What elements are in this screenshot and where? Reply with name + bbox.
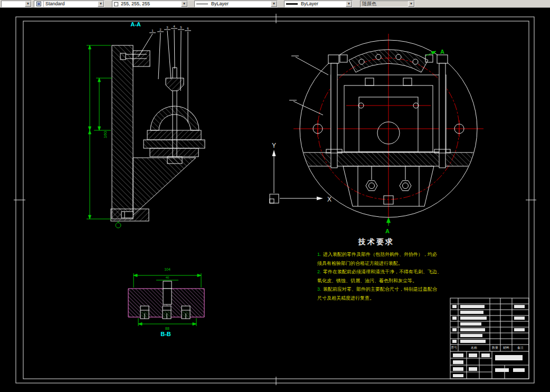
svg-text:数量: 数量 — [492, 346, 498, 349]
section-view-aa: 1 2 3 4 5 6 160 A-A — [87, 21, 205, 228]
svg-text:尺寸及相关精度进行复查。: 尺寸及相关精度进行复查。 — [317, 295, 374, 301]
svg-text:5: 5 — [180, 26, 182, 29]
svg-text:2: 2 — [159, 28, 162, 31]
ucs-y-label: Y — [272, 142, 276, 149]
color-swatch-icon — [114, 2, 118, 6]
properties-toolbar: ▼ Standard ▼ 255, 255, 255 ▼ ByLayer ▼ B… — [0, 0, 550, 8]
tech-requirements-title: 技术要求 — [358, 237, 394, 246]
cut-arrow-label-bottom: A — [385, 228, 390, 234]
drawing-canvas[interactable]: 1 2 3 4 5 6 160 A-A — [0, 0, 550, 392]
section-view-bb: 104 40 88 B-B — [128, 267, 204, 337]
linetype-combo-value: ByLayer — [210, 1, 271, 7]
svg-text:3: 3 — [166, 26, 168, 29]
svg-text:氧化皮、锈蚀、切屑、油污、着色剂和灰尘等。: 氧化皮、锈蚀、切屑、油污、着色剂和灰尘等。 — [317, 278, 417, 283]
balloon-numbers: 1 2 3 4 5 6 — [151, 25, 189, 32]
svg-text:1: 1 — [151, 29, 154, 32]
cut-arrow-label-top: A — [440, 49, 444, 55]
style-combo-arrow-icon[interactable]: ▼ — [98, 1, 104, 7]
lineweight-combo[interactable]: ByLayer ▼ — [284, 1, 353, 7]
dim-text-bb-width: 104 — [164, 267, 170, 271]
linetype-combo[interactable]: ByLayer ▼ — [194, 1, 278, 7]
svg-text:3.: 3. — [317, 286, 321, 292]
svg-text:序号: 序号 — [451, 346, 457, 349]
bom-headers: 序号 名称 数量 材料 备注 — [451, 346, 524, 350]
ucs-x-label: X — [327, 196, 331, 203]
section-label-bb: B-B — [160, 331, 171, 337]
svg-text:零件在装配前必须清理和清洗干净，不得有毛刺、飞边、: 零件在装配前必须清理和清洗干净，不得有毛刺、飞边、 — [323, 269, 442, 274]
style-combo[interactable]: Standard ▼ — [34, 1, 105, 7]
svg-text:须具有检验部门的合格证方能进行装配。: 须具有检验部门的合格证方能进行装配。 — [317, 261, 403, 266]
svg-text:6: 6 — [187, 27, 189, 30]
cutting-plane-marks — [387, 51, 437, 226]
svg-text:材料: 材料 — [502, 346, 509, 350]
color-combo[interactable]: 255, 255, 255 ▼ — [112, 1, 188, 7]
color-combo-value: 255, 255, 255 — [119, 1, 181, 7]
color-combo-arrow-icon[interactable]: ▼ — [181, 1, 187, 7]
layer-combo-arrow-icon[interactable]: ▼ — [25, 1, 31, 7]
svg-text:2.: 2. — [317, 269, 321, 274]
svg-text:1.: 1. — [317, 252, 321, 257]
style-combo-value: Standard — [44, 1, 98, 7]
lineweight-combo-arrow-icon[interactable]: ▼ — [346, 1, 352, 7]
plotstyle-combo-arrow-icon: ▼ — [408, 1, 414, 7]
svg-text:4: 4 — [173, 25, 175, 28]
title-block-text-blobs — [452, 305, 525, 377]
plotstyle-combo-value: 随颜色 — [361, 1, 408, 7]
dim-text-bb-bottom: 88 — [165, 327, 169, 330]
ucs-icon: Y X — [270, 142, 331, 203]
svg-text:备注: 备注 — [517, 346, 524, 350]
svg-text:名称: 名称 — [471, 346, 477, 350]
tech-requirements: 技术要求 1. 进入装配的零件及部件（包括外购件、外协件），均必 须具有检验部门… — [317, 237, 442, 301]
style-icon — [34, 1, 44, 7]
dim-text-height: 160 — [103, 131, 108, 138]
layer-combo[interactable]: ▼ — [1, 1, 32, 7]
title-block: 序号 名称 数量 材料 备注 — [450, 298, 529, 379]
top-view: A A — [289, 34, 483, 234]
lineweight-combo-value: ByLayer — [299, 1, 346, 7]
svg-text:装配前应对零、部件的主要配合尺寸，特别是过盈配合: 装配前应对零、部件的主要配合尺寸，特别是过盈配合 — [323, 286, 438, 292]
plotstyle-combo: 随颜色 ▼ — [360, 1, 415, 7]
lineweight-sample-icon — [286, 3, 298, 5]
dim-text-bb-inner: 40 — [166, 276, 169, 279]
section-label-aa: A-A — [130, 21, 141, 27]
svg-text:进入装配的零件及部件（包括外购件、外协件），均必: 进入装配的零件及部件（包括外购件、外协件），均必 — [323, 252, 437, 257]
linetype-combo-arrow-icon[interactable]: ▼ — [271, 1, 277, 7]
linetype-sample-icon — [196, 4, 208, 4]
